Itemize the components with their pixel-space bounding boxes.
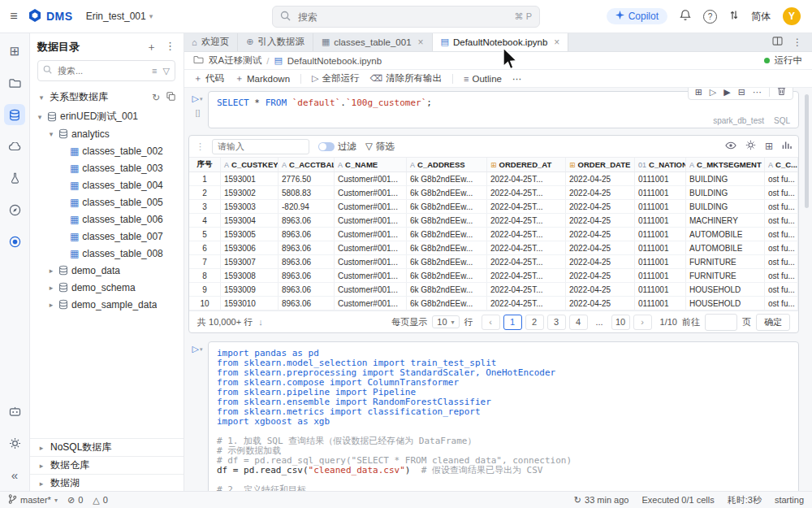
settings-gear-icon[interactable] bbox=[4, 432, 25, 454]
cloud-icon[interactable] bbox=[4, 136, 25, 157]
sidebar-search[interactable]: ≡ ▽ bbox=[37, 60, 175, 81]
workbench-icon[interactable]: ⊞ bbox=[4, 41, 25, 62]
page-1[interactable]: 1 bbox=[503, 315, 522, 330]
toggle-switch-icon[interactable] bbox=[318, 142, 335, 151]
cell-more-icon[interactable]: ⋯ bbox=[753, 88, 762, 98]
help-icon[interactable]: ? bbox=[703, 10, 717, 24]
table-row[interactable]: 31593003-820.94Customer#001...6k G8b2ndE… bbox=[189, 200, 798, 214]
table-row[interactable]: 615930068963.06Customer#001...6k G8b2ndE… bbox=[189, 241, 798, 255]
add-markdown-button[interactable]: ＋Markdown bbox=[235, 72, 290, 85]
assistant-icon[interactable] bbox=[4, 401, 25, 422]
python-code-editor[interactable]: import pandas as pdfrom sklearn.model_se… bbox=[209, 342, 798, 492]
tree-item-demo_schema[interactable]: ▸demo_schema bbox=[29, 279, 184, 296]
page-10[interactable]: 10 bbox=[611, 315, 630, 330]
section-数据湖[interactable]: ▸数据湖 bbox=[29, 474, 184, 492]
chevron-down-icon[interactable]: ▾ bbox=[37, 93, 45, 102]
column-header[interactable]: AC_NAME bbox=[335, 158, 407, 172]
language-switcher[interactable]: 简体 bbox=[751, 10, 771, 24]
table-row[interactable]: 415930048963.06Customer#001...6k G8b2ndE… bbox=[189, 214, 798, 228]
add-code-button[interactable]: ＋代码 bbox=[193, 72, 224, 85]
discover-compass-icon[interactable] bbox=[4, 199, 25, 220]
updown-arrows-icon[interactable] bbox=[729, 10, 739, 23]
column-header[interactable]: AC_MKTSEGMENT bbox=[686, 158, 765, 172]
instances-folder-icon[interactable] bbox=[4, 72, 25, 93]
expander-icon[interactable]: ▸ bbox=[47, 267, 55, 275]
section-relational-db[interactable]: ▾ 关系型数据库 ↻ bbox=[29, 88, 184, 108]
table-row[interactable]: 215930025808.83Customer#001...6k G8b2ndE… bbox=[189, 186, 798, 200]
warning-count[interactable]: △0 bbox=[93, 495, 108, 506]
tab-引入数据源[interactable]: ⊕引入数据源 bbox=[238, 33, 313, 51]
sidebar-search-input[interactable] bbox=[56, 65, 113, 76]
tree-item-demo_sample_data[interactable]: ▸demo_sample_data bbox=[29, 296, 184, 313]
sieve-button[interactable]: ▽筛选 bbox=[365, 141, 395, 153]
search-input[interactable] bbox=[296, 11, 509, 24]
run-all-button[interactable]: ▷全部运行 bbox=[312, 72, 359, 85]
user-avatar[interactable]: Y bbox=[783, 7, 801, 25]
outline-button[interactable]: ≡Outline bbox=[464, 74, 502, 84]
run-icon[interactable]: ▷ bbox=[710, 88, 716, 98]
delete-cell-icon[interactable] bbox=[777, 88, 786, 98]
tab-DefaultNotebook.ipynb[interactable]: ▤DefaultNotebook.ipynb× bbox=[433, 33, 569, 51]
tree-item-erinUED测试_001[interactable]: ▾erinUED测试_001 bbox=[29, 108, 184, 125]
clear-outputs-button[interactable]: ⌫清除所有输出 bbox=[370, 72, 443, 85]
split-view-icon[interactable] bbox=[772, 37, 783, 48]
page-2[interactable]: 2 bbox=[525, 315, 544, 330]
list-filter-icon[interactable]: ≡ bbox=[152, 66, 157, 76]
tree-item-classes_table_003[interactable]: ▦classes_table_003 bbox=[29, 159, 184, 176]
workspace-selector[interactable]: Erin_test_001 ▾ bbox=[86, 11, 153, 22]
tree-item-analytics[interactable]: ▾analytics bbox=[29, 125, 184, 142]
run-cell-button[interactable]: ▷▾ bbox=[192, 93, 203, 104]
kebab-menu-icon[interactable]: ⋮ bbox=[165, 40, 175, 54]
column-header[interactable]: AC_ADDRESS bbox=[407, 158, 487, 172]
lab-flask-icon[interactable] bbox=[4, 167, 25, 189]
settings-gear-icon[interactable] bbox=[745, 140, 756, 153]
run-cell-button[interactable]: ▷▾ bbox=[192, 344, 203, 354]
tab-欢迎页[interactable]: ⌂欢迎页 bbox=[184, 33, 238, 51]
column-header[interactable]: ⊞ORDERED_AT bbox=[487, 158, 566, 172]
funnel-icon[interactable]: ▽ bbox=[163, 66, 170, 76]
goto-page-input[interactable] bbox=[705, 314, 737, 331]
global-search[interactable]: ⌘ P bbox=[272, 6, 540, 28]
copilot-button[interactable]: Copilot bbox=[607, 8, 667, 24]
page-3[interactable]: 3 bbox=[547, 315, 566, 330]
column-header[interactable]: AC_ACCTBAL bbox=[279, 158, 335, 172]
eye-icon[interactable] bbox=[725, 141, 736, 152]
section-NoSQL数据库[interactable]: ▸NoSQL数据库 bbox=[29, 438, 184, 456]
column-header[interactable]: AC_CUSTKEY bbox=[221, 158, 279, 172]
table-row[interactable]: 715930078963.06Customer#001...6k G8b2ndE… bbox=[189, 255, 798, 269]
page-size-select[interactable]: 10▾ bbox=[432, 315, 459, 328]
cell-language-label[interactable]: SQL bbox=[774, 116, 790, 125]
column-header[interactable]: 序号 bbox=[189, 158, 221, 172]
chart-icon[interactable] bbox=[782, 141, 792, 152]
page-4[interactable]: 4 bbox=[569, 315, 588, 330]
hamburger-icon[interactable]: ≡ bbox=[0, 9, 28, 24]
close-tab-icon[interactable]: × bbox=[418, 37, 424, 48]
collapse-sidebar-icon[interactable]: « bbox=[4, 464, 25, 485]
table-row[interactable]: 115930012776.50Customer#001...6k G8b2ndE… bbox=[189, 172, 798, 186]
scrollbar-thumb[interactable] bbox=[805, 94, 809, 208]
bell-icon[interactable] bbox=[680, 9, 691, 24]
page-...[interactable]: ... bbox=[591, 315, 608, 329]
filter-toggle[interactable]: 过滤 bbox=[318, 141, 356, 153]
tree-item-classes_table_006[interactable]: ▦classes_table_006 bbox=[29, 211, 184, 228]
expander-icon[interactable]: ▾ bbox=[36, 113, 44, 121]
table-row[interactable]: 815930088963.06Customer#001...6k G8b2ndE… bbox=[189, 269, 798, 283]
expander-icon[interactable]: ▸ bbox=[47, 301, 55, 309]
data-catalog-icon[interactable] bbox=[4, 104, 25, 125]
columns-icon[interactable]: ⊞ bbox=[765, 141, 773, 152]
insert-icon[interactable]: ⊞ bbox=[695, 88, 702, 98]
tree-item-classes_table_002[interactable]: ▦classes_table_002 bbox=[29, 142, 184, 159]
run-below-icon[interactable]: ▶ bbox=[723, 88, 730, 98]
column-header[interactable]: ⊞ORDER_DATE bbox=[566, 158, 635, 172]
collapse-cell-icon[interactable]: ⊟ bbox=[738, 88, 745, 98]
git-branch-selector[interactable]: master* ▾ bbox=[8, 494, 58, 506]
engine-label[interactable]: spark_db_test bbox=[713, 116, 764, 125]
tab-more-icon[interactable]: ⋮ bbox=[793, 37, 802, 48]
table-row[interactable]: 515930058963.06Customer#001...6k G8b2ndE… bbox=[189, 228, 798, 241]
expander-icon[interactable]: ▾ bbox=[47, 130, 55, 138]
tab-classes_table_001[interactable]: ▦classes_table_001× bbox=[313, 33, 433, 51]
integration-icon[interactable] bbox=[4, 231, 25, 252]
table-row[interactable]: 915930098963.06Customer#001...6k G8b2ndE… bbox=[189, 283, 798, 297]
error-count[interactable]: ⊘0 bbox=[67, 495, 83, 506]
copy-icon[interactable] bbox=[166, 92, 175, 103]
